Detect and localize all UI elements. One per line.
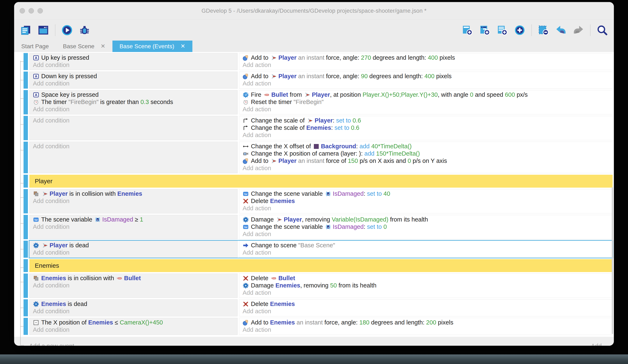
tab-base-scene-events[interactable]: Base Scene (Events)✕ — [112, 41, 192, 52]
add-action-button[interactable]: Add action — [242, 205, 609, 212]
action[interactable]: Delete Enemies — [242, 300, 609, 308]
actions-cell[interactable]: Change the scale of Player: set to 0.6Ch… — [239, 116, 613, 140]
search-button[interactable] — [596, 24, 608, 36]
event-row[interactable]: Player is in collision with EnemiesAdd c… — [14, 189, 613, 213]
action[interactable]: Delete Bullet — [242, 275, 609, 282]
event-drag-handle[interactable] — [23, 71, 28, 89]
add-condition-button[interactable]: Add condition — [33, 117, 234, 124]
group-header[interactable]: Enemies — [29, 259, 613, 272]
add-condition-button[interactable]: Add condition — [33, 143, 234, 150]
actions-cell[interactable]: Change to scene "Base Scene"Add action — [239, 241, 613, 258]
debug-button[interactable] — [79, 24, 90, 36]
action[interactable]: Change the X offset of Background: add 4… — [242, 143, 609, 150]
event-drag-handle[interactable] — [23, 175, 28, 188]
conditions-cell[interactable]: The X position of Enemies ≤ CameraX()+45… — [29, 318, 237, 335]
condition[interactable]: VarThe scene variable IsDamaged ≥ 1 — [33, 216, 234, 223]
action[interactable]: Change to scene "Base Scene" — [242, 242, 609, 249]
add-action-button[interactable]: Add action — [242, 80, 609, 87]
action[interactable]: VarChange the scene variable IsDamaged: … — [242, 223, 609, 231]
redo-button[interactable] — [573, 24, 584, 36]
condition[interactable]: ASpace key is pressed — [33, 91, 234, 98]
action[interactable]: Damage Enemies, removing 50 from its hea… — [242, 282, 609, 289]
actions-cell[interactable]: VarChange the scene variable IsDamaged: … — [239, 189, 613, 213]
actions-cell[interactable]: Fire Bullet from Player, at position Pla… — [239, 90, 613, 114]
add-condition-button[interactable]: Add condition — [33, 223, 234, 231]
event-row[interactable]: Enemies is deadAdd conditionDelete Enemi… — [14, 299, 613, 316]
event-row[interactable]: Add conditionChange the X offset of Back… — [14, 142, 613, 173]
project-manager-button[interactable] — [20, 24, 32, 36]
add-subevent-button[interactable] — [479, 24, 491, 36]
action[interactable]: Add to Enemies an instant force, angle: … — [242, 319, 609, 326]
close-tab-icon[interactable]: ✕ — [180, 44, 185, 49]
condition[interactable]: Enemies is dead — [33, 300, 234, 308]
event-drag-handle[interactable] — [23, 215, 28, 239]
add-action-button[interactable]: Add action — [242, 231, 609, 238]
condition[interactable]: Player is in collision with Enemies — [33, 190, 234, 197]
action[interactable]: Damage Player, removing Variable(IsDamag… — [242, 216, 609, 223]
action[interactable]: Fire Bullet from Player, at position Pla… — [242, 91, 609, 98]
tab-base-scene[interactable]: Base Scene✕ — [56, 41, 112, 52]
action[interactable]: VarChange the scene variable IsDamaged: … — [242, 190, 609, 197]
action[interactable]: Change the X position of camera (layer: … — [242, 150, 609, 157]
action[interactable]: Add to Player an instant force, angle: 2… — [242, 54, 609, 61]
add-condition-button[interactable]: Add condition — [33, 61, 234, 69]
add-condition-button[interactable]: Add condition — [33, 308, 234, 315]
actions-cell[interactable]: Add to Player an instant force, angle: 9… — [239, 71, 613, 89]
scene-editor-button[interactable] — [37, 24, 49, 36]
add-condition-button[interactable]: Add condition — [33, 282, 234, 289]
add-action-button[interactable]: Add action — [242, 106, 609, 113]
event-drag-handle[interactable] — [23, 299, 28, 316]
event-drag-handle[interactable] — [23, 189, 28, 213]
zoom-button[interactable] — [37, 8, 43, 13]
add-action-button[interactable]: Add action — [242, 131, 609, 139]
action[interactable]: Change the scale of Player: set to 0.6 — [242, 117, 609, 124]
group-header-row[interactable]: Enemies — [14, 259, 613, 272]
actions-cell[interactable]: Change the X offset of Background: add 4… — [239, 142, 613, 173]
conditions-cell[interactable]: Enemies is in collision with BulletAdd c… — [29, 274, 237, 298]
add-action-button[interactable]: Add action — [242, 61, 609, 69]
conditions-cell[interactable]: Add condition — [29, 142, 237, 173]
add-action-button[interactable]: Add action — [242, 249, 609, 256]
event-row[interactable]: ASpace key is pressedThe timer "FireBegi… — [14, 90, 613, 114]
add-action-button[interactable]: Add action — [242, 308, 609, 315]
event-row[interactable]: VarThe scene variable IsDamaged ≥ 1Add c… — [14, 215, 613, 239]
action[interactable]: Add to Player an instant force of 150 p/… — [242, 157, 609, 165]
play-preview-button[interactable] — [61, 24, 73, 36]
actions-cell[interactable]: Damage Player, removing Variable(IsDamag… — [239, 215, 613, 239]
event-drag-handle[interactable] — [23, 142, 28, 173]
actions-cell[interactable]: Delete EnemiesAdd action — [239, 299, 613, 316]
event-row[interactable]: The X position of Enemies ≤ CameraX()+45… — [14, 318, 613, 335]
event-drag-handle[interactable] — [23, 259, 28, 272]
add-new-event-button[interactable]: Add a new event — [29, 343, 74, 346]
actions-cell[interactable]: Add to Player an instant force, angle: 2… — [239, 53, 613, 70]
event-row[interactable]: Player is deadAdd conditionChange to sce… — [14, 241, 613, 258]
add-action-button[interactable]: Add action — [242, 326, 609, 333]
add-condition-button[interactable]: Add condition — [33, 326, 234, 333]
action[interactable]: Delete Enemies — [242, 197, 609, 205]
add-other-event-button[interactable] — [514, 24, 526, 36]
conditions-cell[interactable]: ADown key is pressedAdd condition — [29, 71, 237, 89]
event-row[interactable]: Enemies is in collision with BulletAdd c… — [14, 274, 613, 298]
add-condition-button[interactable]: Add condition — [33, 106, 234, 113]
condition[interactable]: Enemies is in collision with Bullet — [33, 275, 234, 282]
condition[interactable]: ADown key is pressed — [33, 73, 234, 80]
actions-cell[interactable]: Delete BulletDamage Enemies, removing 50… — [239, 274, 613, 298]
add-more-button[interactable]: Add... — [591, 343, 607, 346]
minimize-button[interactable] — [28, 8, 34, 13]
add-condition-button[interactable]: Add condition — [33, 80, 234, 87]
condition[interactable]: The timer "FireBegin" is greater than 0.… — [33, 98, 234, 106]
event-row[interactable]: Add conditionChange the scale of Player:… — [14, 116, 613, 140]
action[interactable]: Reset the timer "FireBegin" — [242, 98, 609, 106]
add-action-button[interactable]: Add action — [242, 289, 609, 296]
add-event-button[interactable] — [462, 24, 473, 36]
group-header-row[interactable]: Player — [14, 175, 613, 188]
event-row[interactable]: AUp key is pressedAdd conditionAdd to Pl… — [14, 53, 613, 70]
conditions-cell[interactable]: Player is in collision with EnemiesAdd c… — [29, 189, 237, 213]
event-drag-handle[interactable] — [23, 318, 28, 335]
conditions-cell[interactable]: Enemies is deadAdd condition — [29, 299, 237, 316]
actions-cell[interactable]: Add to Enemies an instant force, angle: … — [239, 318, 613, 335]
close-tab-icon[interactable]: ✕ — [101, 44, 105, 49]
undo-button[interactable] — [555, 24, 567, 36]
event-drag-handle[interactable] — [23, 116, 28, 140]
event-drag-handle[interactable] — [23, 241, 28, 258]
